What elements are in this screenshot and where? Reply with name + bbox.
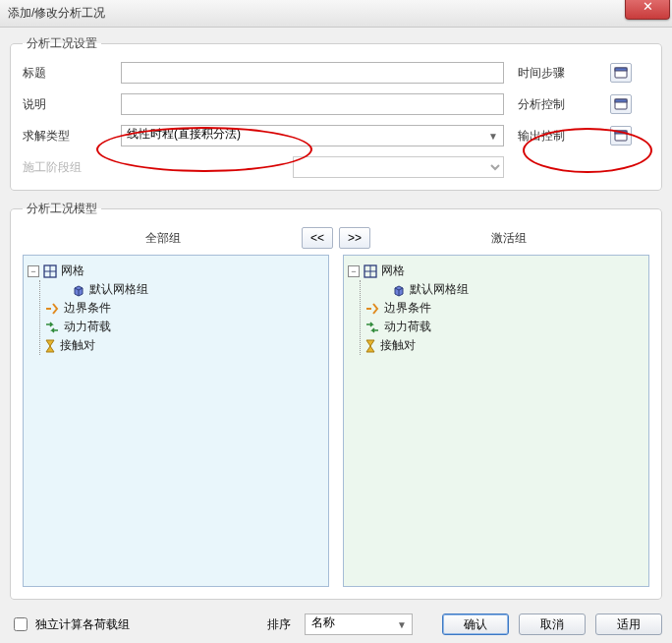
analysis-control-dialog-button[interactable] <box>610 94 632 114</box>
tree-expand-icon[interactable]: − <box>348 265 360 277</box>
mesh-icon <box>364 264 377 278</box>
ok-button[interactable]: 确认 <box>442 614 509 635</box>
independent-calc-input[interactable] <box>14 617 28 631</box>
sort-label: 排序 <box>267 616 291 633</box>
label-title: 标题 <box>23 65 107 82</box>
ok-label: 确认 <box>464 616 487 633</box>
dynamic-load-icon <box>44 321 60 334</box>
close-icon: ✕ <box>643 0 653 14</box>
dialog-icon <box>614 130 628 142</box>
stage-group-select <box>293 156 504 178</box>
active-groups-header: 激活组 <box>370 230 647 247</box>
boundary-icon <box>364 302 380 316</box>
mesh-group-icon <box>392 283 406 297</box>
label-analysis-control: 分析控制 <box>518 96 596 113</box>
apply-label: 适用 <box>617 616 641 633</box>
label-time-step: 时间步骤 <box>518 65 596 82</box>
all-groups-pane[interactable]: − 网格 默认网格组 边界条件 <box>23 255 329 587</box>
output-control-dialog-button[interactable] <box>610 126 632 146</box>
model-fieldset: 分析工况模型 全部组 << >> 激活组 − <box>10 201 662 600</box>
apply-button[interactable]: 适用 <box>595 614 662 635</box>
label-description: 说明 <box>23 96 107 113</box>
tree-node-boundary[interactable]: 边界条件 <box>64 300 111 317</box>
svg-rect-5 <box>615 131 627 134</box>
svg-rect-3 <box>615 99 627 102</box>
tree-node-default-mesh-group[interactable]: 默认网格组 <box>410 281 469 298</box>
solver-type-value: 线性时程(直接积分法) <box>127 127 241 141</box>
label-stage-group: 施工阶段组 <box>23 159 107 176</box>
solver-type-select[interactable]: 线性时程(直接积分法) <box>121 125 504 146</box>
mesh-icon <box>43 264 57 278</box>
all-groups-header: 全部组 <box>25 230 302 247</box>
independent-calc-checkbox[interactable]: 独立计算各荷载组 <box>10 614 130 634</box>
sort-value: 名称 <box>311 615 335 629</box>
independent-calc-label: 独立计算各荷载组 <box>35 616 130 633</box>
cancel-button[interactable]: 取消 <box>519 614 586 635</box>
dialog-icon <box>614 98 628 110</box>
label-solver-type: 求解类型 <box>23 128 107 145</box>
description-input[interactable] <box>121 93 504 115</box>
contact-pair-icon <box>44 339 56 353</box>
cancel-label: 取消 <box>540 616 564 633</box>
titlebar: 添加/修改分析工况 ✕ <box>0 0 672 28</box>
tree-node-boundary[interactable]: 边界条件 <box>384 300 431 317</box>
time-step-dialog-button[interactable] <box>610 63 632 83</box>
active-groups-pane[interactable]: − 网格 默认网格组 边界条件 <box>343 255 649 587</box>
tree-node-mesh[interactable]: 网格 <box>61 263 84 279</box>
tree-node-default-mesh-group[interactable]: 默认网格组 <box>89 281 148 298</box>
chevron-left-icon: << <box>310 231 324 245</box>
contact-pair-icon <box>364 339 376 353</box>
move-left-button[interactable]: << <box>302 227 333 249</box>
mesh-group-icon <box>72 283 85 297</box>
tree-node-contact-pair[interactable]: 接触对 <box>380 337 416 354</box>
tree-node-dynamic-load[interactable]: 动力荷载 <box>384 319 431 335</box>
tree-node-mesh[interactable]: 网格 <box>381 263 405 279</box>
move-right-button[interactable]: >> <box>339 227 370 249</box>
settings-legend: 分析工况设置 <box>23 35 101 52</box>
boundary-icon <box>44 302 60 316</box>
dynamic-load-icon <box>364 321 380 334</box>
svg-rect-1 <box>615 68 627 71</box>
window-title: 添加/修改分析工况 <box>8 5 105 22</box>
model-legend: 分析工况模型 <box>23 201 101 217</box>
label-output-control: 输出控制 <box>518 128 596 145</box>
settings-fieldset: 分析工况设置 标题 时间步骤 说明 分析控制 求解类型 线性时 <box>10 35 662 191</box>
sort-select[interactable]: 名称 <box>305 614 413 635</box>
dialog-icon <box>614 67 628 79</box>
close-button[interactable]: ✕ <box>625 0 670 20</box>
tree-expand-icon[interactable]: − <box>28 265 39 277</box>
chevron-right-icon: >> <box>348 231 362 245</box>
title-input[interactable] <box>121 62 504 84</box>
tree-node-contact-pair[interactable]: 接触对 <box>60 337 95 354</box>
tree-node-dynamic-load[interactable]: 动力荷载 <box>64 319 111 335</box>
